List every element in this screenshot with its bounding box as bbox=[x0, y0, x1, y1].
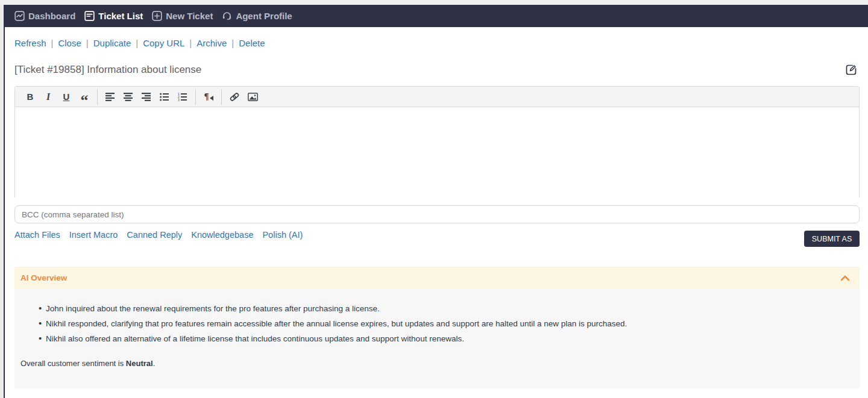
toolbar-separator bbox=[195, 89, 196, 105]
ticket-list-icon bbox=[84, 11, 95, 21]
edit-pencil-square-icon bbox=[844, 69, 858, 78]
bold-icon[interactable]: B bbox=[21, 89, 39, 105]
edit-title-button[interactable] bbox=[844, 63, 858, 78]
action-separator: | bbox=[86, 38, 89, 48]
action-separator: | bbox=[189, 38, 192, 48]
underline-icon[interactable]: U bbox=[57, 89, 75, 105]
nav-item-new-ticket[interactable]: New Ticket bbox=[152, 11, 213, 21]
nav-item-agent-profile[interactable]: Agent Profile bbox=[222, 11, 292, 21]
ai-summary-list: John inquired about the renewal requirem… bbox=[20, 305, 854, 343]
left-triangle-glyph bbox=[210, 96, 213, 101]
compose-links-row: Attach Files Insert Macro Canned Reply K… bbox=[14, 230, 303, 240]
paragraph-direction-icon[interactable]: ¶ bbox=[200, 89, 218, 105]
ai-overview-title: AI Overview bbox=[20, 273, 67, 282]
top-navigation: Dashboard Ticket List New Ticket Agent P… bbox=[5, 5, 868, 27]
paragraph-glyph: ¶ bbox=[204, 92, 209, 102]
agent-profile-icon bbox=[222, 11, 232, 21]
reply-editor: B I U “ 123 ¶ bbox=[14, 86, 860, 199]
action-copy-url[interactable]: Copy URL bbox=[143, 38, 184, 48]
bullet-list-icon[interactable] bbox=[156, 89, 174, 105]
ticket-actions-row: Refresh | Close | Duplicate | Copy URL |… bbox=[14, 38, 265, 48]
numbered-list-icon[interactable]: 123 bbox=[174, 89, 192, 105]
action-separator: | bbox=[51, 38, 54, 48]
sentiment-value: Neutral bbox=[126, 359, 153, 368]
ai-summary-item: Nikhil responded, clarifying that pro fe… bbox=[20, 320, 854, 328]
ai-summary-item: John inquired about the renewal requirem… bbox=[20, 305, 854, 313]
nav-item-label: Ticket List bbox=[98, 11, 143, 21]
submit-as-button[interactable]: SUBMIT AS bbox=[804, 231, 860, 247]
align-left-icon[interactable] bbox=[101, 89, 119, 105]
ai-overview-body: John inquired about the renewal requirem… bbox=[14, 289, 860, 388]
toolbar-separator bbox=[221, 89, 222, 105]
new-ticket-icon bbox=[152, 11, 162, 21]
nav-item-label: New Ticket bbox=[166, 11, 213, 21]
ai-overview-header[interactable]: AI Overview bbox=[14, 267, 860, 289]
align-right-icon[interactable] bbox=[137, 89, 156, 105]
action-separator: | bbox=[136, 38, 138, 48]
toolbar-separator bbox=[97, 89, 98, 105]
sentiment-line: Overall customer sentiment is Neutral. bbox=[20, 359, 854, 368]
action-refresh[interactable]: Refresh bbox=[14, 38, 46, 48]
knowledgebase-link[interactable]: Knowledgebase bbox=[191, 230, 253, 240]
align-center-icon[interactable] bbox=[119, 89, 137, 105]
italic-icon[interactable]: I bbox=[39, 89, 57, 105]
nav-item-label: Dashboard bbox=[28, 11, 75, 21]
dashboard-icon bbox=[14, 11, 25, 21]
reply-text-area[interactable] bbox=[15, 107, 859, 199]
action-archive[interactable]: Archive bbox=[197, 38, 227, 48]
action-delete[interactable]: Delete bbox=[239, 38, 265, 48]
attach-files-link[interactable]: Attach Files bbox=[14, 230, 60, 240]
ai-summary-item: Nikhil also offered an alternative of a … bbox=[20, 335, 854, 343]
bcc-input[interactable] bbox=[14, 205, 860, 223]
chevron-up-icon[interactable] bbox=[840, 273, 850, 284]
image-icon[interactable] bbox=[244, 89, 262, 105]
polish-ai-link[interactable]: Polish (AI) bbox=[262, 230, 303, 240]
action-separator: | bbox=[231, 38, 234, 48]
action-close[interactable]: Close bbox=[58, 38, 81, 48]
top-strip bbox=[0, 0, 868, 5]
left-border bbox=[4, 5, 5, 398]
nav-item-dashboard[interactable]: Dashboard bbox=[14, 11, 75, 21]
sentiment-prefix: Overall customer sentiment is bbox=[20, 359, 126, 368]
nav-item-label: Agent Profile bbox=[236, 11, 292, 21]
editor-toolbar: B I U “ 123 ¶ bbox=[15, 87, 859, 107]
ai-overview-panel: AI Overview John inquired about the rene… bbox=[14, 267, 860, 388]
ticket-title: [Ticket #19858] Information about licens… bbox=[14, 64, 201, 76]
ticket-page: Dashboard Ticket List New Ticket Agent P… bbox=[0, 0, 868, 398]
svg-text:3: 3 bbox=[178, 98, 180, 101]
insert-macro-link[interactable]: Insert Macro bbox=[69, 230, 118, 240]
sentiment-suffix: . bbox=[153, 359, 156, 368]
link-icon[interactable] bbox=[225, 89, 244, 105]
canned-reply-link[interactable]: Canned Reply bbox=[127, 230, 182, 240]
action-duplicate[interactable]: Duplicate bbox=[93, 38, 131, 48]
blockquote-icon[interactable]: “ bbox=[75, 89, 93, 105]
nav-item-ticket-list[interactable]: Ticket List bbox=[84, 11, 143, 21]
